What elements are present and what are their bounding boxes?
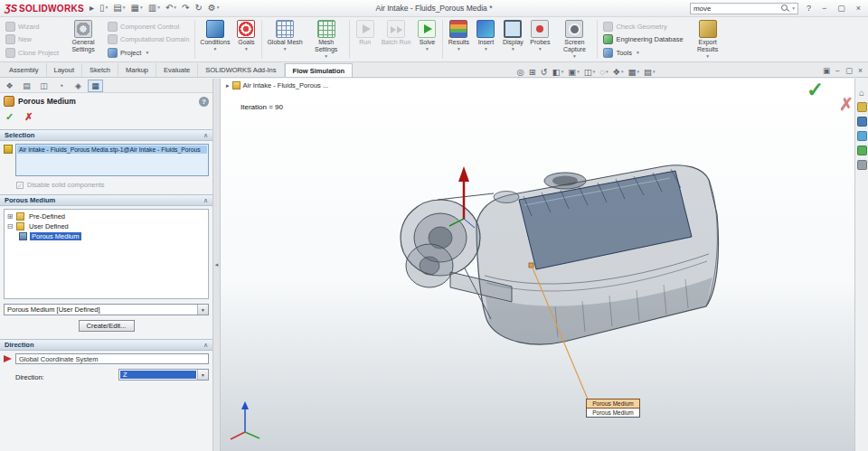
new-document-button[interactable]: ▾ [99, 4, 108, 13]
tab-flow-simulation[interactable]: Flow Simulation [285, 63, 354, 77]
porous-medium-callout[interactable]: Porous Medium Porous Medium [586, 399, 640, 418]
ribbon-button-general-settings[interactable]: General Settings [62, 18, 104, 61]
zoom-area-icon[interactable] [529, 68, 536, 77]
options-button[interactable]: ▾ [208, 4, 220, 13]
help-button[interactable]: ? [804, 5, 814, 13]
restore-button[interactable]: ▢ [835, 5, 848, 13]
redo-button[interactable] [182, 4, 189, 13]
panel-splitter[interactable] [213, 79, 221, 451]
tab-assembly[interactable]: Assembly [2, 63, 47, 77]
porous-medium-combobox[interactable]: Porous Medium [User Defined] [4, 304, 209, 315]
document-minimize-icon[interactable]: − [835, 66, 840, 75]
view-orientation-icon[interactable] [568, 68, 576, 77]
ribbon-button-conditions[interactable]: Conditions▾ [197, 18, 232, 61]
view-palette-icon[interactable] [857, 131, 867, 141]
search-chevron-icon[interactable]: ▾ [792, 5, 795, 11]
direction-combobox[interactable]: Z [118, 369, 209, 381]
dimxpert-manager-tab[interactable]: ◔ [53, 80, 69, 92]
flyout-tree-arrow-icon[interactable] [226, 82, 230, 89]
edit-appearance-icon[interactable] [612, 68, 620, 77]
ok-button[interactable] [5, 112, 14, 122]
chevron-down-icon[interactable] [197, 370, 208, 380]
chevron-down-icon[interactable]: ▾ [458, 46, 460, 52]
hide-show-items-icon[interactable] [599, 68, 605, 77]
porous-medium-tree[interactable]: Pre-Defined User Defined Porous Medium [4, 209, 209, 299]
display-style-icon[interactable] [584, 68, 592, 77]
chevron-down-icon[interactable] [197, 305, 208, 315]
feature-manager-tab[interactable]: ❖ [2, 80, 17, 92]
ribbon-button-insert[interactable]: Insert▾ [472, 18, 499, 61]
tree-item-pre-defined[interactable]: Pre-Defined [6, 211, 206, 221]
chevron-down-icon[interactable]: ▾ [512, 46, 514, 52]
callout-row-selected[interactable]: Porous Medium [586, 399, 640, 409]
coordinate-system-field[interactable]: Global Coordinate System [15, 353, 209, 364]
command-search[interactable]: ▾ [690, 3, 798, 14]
selection-section-header[interactable]: Selection [0, 129, 212, 141]
ribbon-item-check-geometry[interactable]: Check Geometry [603, 20, 683, 33]
document-close-icon[interactable]: × [858, 66, 863, 75]
tab-evaluate[interactable]: Evaluate [156, 63, 198, 77]
ribbon-item-new[interactable]: New [5, 33, 59, 46]
open-button[interactable]: ▾ [113, 4, 125, 13]
chevron-down-icon[interactable]: ▾ [426, 46, 429, 52]
create-edit-button[interactable]: Create/Edit... [79, 320, 135, 332]
chevron-down-icon[interactable]: ▾ [539, 46, 542, 52]
ribbon-button-results[interactable]: Results▾ [445, 18, 472, 61]
chevron-down-icon[interactable]: ▾ [325, 53, 327, 60]
model-3d-view[interactable] [221, 79, 854, 451]
ribbon-button-run[interactable]: Run [352, 18, 379, 61]
checkbox-icon[interactable] [16, 182, 24, 189]
appearances-icon[interactable] [857, 146, 867, 155]
callout-row[interactable]: Porous Medium [586, 409, 640, 418]
ribbon-button-batch-run[interactable]: Batch Run [379, 18, 414, 61]
chevron-down-icon[interactable]: ▾ [284, 46, 287, 52]
ribbon-button-goals[interactable]: Goals▾ [232, 18, 259, 61]
view-settings-icon[interactable] [644, 68, 652, 77]
zoom-fit-icon[interactable] [517, 68, 524, 77]
tree-item-porous-medium[interactable]: Porous Medium [6, 231, 206, 241]
ribbon-button-display[interactable]: Display▾ [499, 18, 526, 61]
ribbon-item-wizard[interactable]: Wizard [5, 20, 59, 33]
ribbon-button-mesh-settings[interactable]: Mesh Settings▾ [306, 18, 347, 61]
collapse-chevron-icon[interactable] [203, 197, 208, 203]
home-icon[interactable] [859, 88, 864, 98]
collapse-chevron-icon[interactable] [203, 342, 208, 348]
menu-expand-icon[interactable] [90, 4, 94, 13]
ribbon-item-component-control[interactable]: Component Control [108, 20, 189, 33]
disable-solid-components-checkbox[interactable]: Disable solid components [16, 181, 209, 189]
help-icon[interactable]: ? [199, 97, 209, 107]
collapse-icon[interactable] [6, 223, 14, 230]
direction-section-header[interactable]: Direction [0, 339, 212, 351]
breadcrumb[interactable]: Air Intake - Fluids_Porous ... [226, 81, 328, 89]
ribbon-button-probes[interactable]: Probes▾ [526, 18, 553, 61]
collapse-panel-icon[interactable] [215, 261, 219, 268]
chevron-down-icon[interactable]: ▾ [245, 46, 248, 52]
confirm-ok-button[interactable] [807, 79, 824, 101]
file-explorer-icon[interactable] [857, 117, 867, 127]
expand-icon[interactable] [6, 213, 14, 221]
leader-anchor[interactable] [529, 263, 533, 268]
custom-properties-icon[interactable] [857, 160, 867, 170]
undo-button[interactable]: ▾ [165, 4, 176, 13]
print-button[interactable]: ▾ [148, 4, 160, 13]
document-restore-icon[interactable]: ▢ [845, 66, 853, 75]
tab-sketch[interactable]: Sketch [82, 63, 118, 77]
ribbon-item-tools[interactable]: Tools▾ [603, 46, 683, 59]
ribbon-button-global-mesh[interactable]: Global Mesh▾ [264, 18, 305, 61]
graphics-viewport[interactable]: Air Intake - Fluids_Porous ... Iteration… [221, 79, 854, 451]
flow-simulation-manager-tab[interactable]: ▦ [88, 80, 103, 92]
ribbon-item-engineering-database[interactable]: Engineering Database [603, 33, 683, 46]
tab-markup[interactable]: Markup [118, 63, 156, 77]
ribbon-item-clone-project[interactable]: Clone Project [5, 46, 59, 59]
viewport-layout-icon[interactable] [823, 66, 830, 75]
tree-item-user-defined[interactable]: User Defined [6, 221, 206, 231]
apply-scene-icon[interactable] [628, 68, 637, 77]
previous-view-icon[interactable] [541, 68, 548, 77]
ribbon-button-export-results[interactable]: Export Results▾ [687, 18, 729, 61]
close-button[interactable]: × [854, 5, 863, 13]
selection-list-item[interactable]: Air Intake - Fluids_Porous Media.stp-1@A… [17, 146, 207, 154]
rebuild-button[interactable] [194, 4, 202, 13]
selection-listbox[interactable]: Air Intake - Fluids_Porous Media.stp-1@A… [15, 144, 209, 176]
ribbon-button-solve[interactable]: Solve▾ [413, 18, 440, 61]
ribbon-item-project[interactable]: Project▾ [108, 46, 189, 59]
